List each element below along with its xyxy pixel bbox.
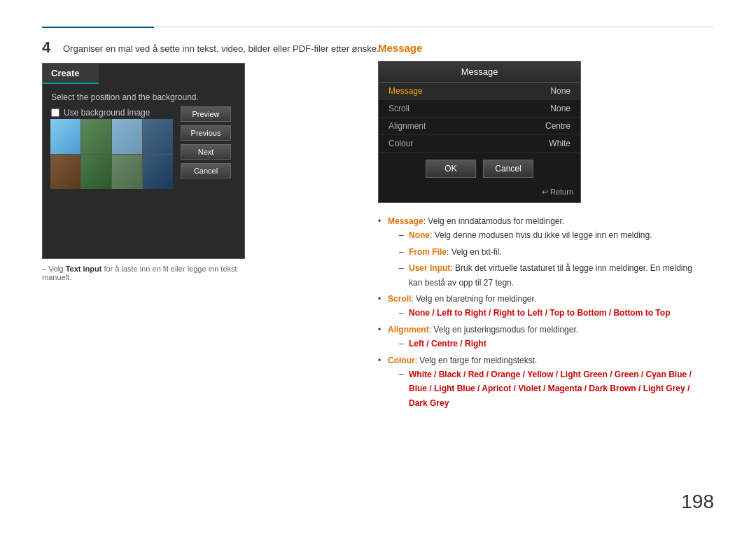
message-section-title: Message xyxy=(378,42,714,54)
description-list: Message: Velg en inndatamodus for meldin… xyxy=(378,214,707,410)
use-background-checkbox[interactable] xyxy=(51,108,59,117)
page-number: 198 xyxy=(681,491,714,513)
message-dialog: Message Message None Scroll None Alignme… xyxy=(378,61,581,203)
thumb-3 xyxy=(112,119,142,154)
desc-colour: Colour: Velg en farge for meldingstekst.… xyxy=(378,353,707,411)
dialog-cancel-button[interactable]: Cancel xyxy=(483,160,533,178)
thumbnail-grid xyxy=(50,119,173,189)
create-panel-label: Select the position and the background. xyxy=(51,92,236,102)
message-row-colour: Colour White xyxy=(379,135,580,153)
thumbnail-area xyxy=(50,119,173,189)
desc-alignment: Alignment: Velg en justeringsmodus for m… xyxy=(378,323,707,351)
desc-message-bold: Message xyxy=(388,216,424,226)
thumb-8 xyxy=(143,155,173,190)
create-buttons: Preview Previous Next Cancel xyxy=(181,106,231,178)
desc-userinput-bold: User Input xyxy=(409,263,450,273)
message-row-alignment-value: Centre xyxy=(545,121,570,131)
previous-button[interactable]: Previous xyxy=(181,125,231,141)
thumb-6 xyxy=(81,155,111,190)
message-row-scroll: Scroll None xyxy=(379,100,580,118)
desc-alignment-options: Left / Centre / Right xyxy=(409,339,486,349)
message-row-alignment: Alignment Centre xyxy=(379,118,580,135)
note-text: – Velg Text input for å laste inn en fil… xyxy=(42,265,245,281)
dialog-return: ↩ Return xyxy=(379,185,580,202)
message-row-scroll-label: Scroll xyxy=(388,104,410,113)
desc-message-text: : Velg en inndatamodus for meldinger. xyxy=(424,216,564,226)
message-dialog-title: Message xyxy=(379,62,580,83)
desc-scroll-options: None / Left to Right / Right to Left / T… xyxy=(409,308,670,318)
note-prefix: – Velg xyxy=(42,265,66,273)
message-row-colour-label: Colour xyxy=(388,139,413,148)
desc-colour-values: White / Black / Red / Orange / Yellow / … xyxy=(399,367,707,410)
desc-none: None: Velg denne modusen hvis du ikke vi… xyxy=(399,228,707,242)
thumb-1 xyxy=(50,119,80,154)
use-background-label: Use background image xyxy=(64,108,150,118)
create-panel-header: Create xyxy=(43,64,99,84)
desc-scroll-bold: Scroll xyxy=(388,294,411,304)
desc-colour-options: White / Black / Red / Orange / Yellow / … xyxy=(409,370,692,408)
desc-alignment-values: Left / Centre / Right xyxy=(399,337,707,351)
thumb-7 xyxy=(112,155,142,190)
step-number: 4 xyxy=(42,38,50,57)
desc-scroll: Scroll: Velg en blaretning for meldinger… xyxy=(378,292,707,321)
thumb-2 xyxy=(81,119,111,154)
message-section: Message Message Message None Scroll None… xyxy=(378,42,714,412)
message-row-scroll-value: None xyxy=(550,104,570,113)
desc-colour-bold: Colour xyxy=(388,356,415,365)
desc-message: Message: Velg en inndatamodus for meldin… xyxy=(378,214,707,290)
return-label: ↩ Return xyxy=(542,188,573,197)
next-button[interactable]: Next xyxy=(181,144,231,160)
step-description: Organiser en mal ved å sette inn tekst, … xyxy=(63,43,379,54)
message-dialog-buttons: OK Cancel xyxy=(379,153,580,185)
cancel-button[interactable]: Cancel xyxy=(181,163,231,178)
desc-none-bold: None xyxy=(409,230,430,240)
message-row-message-value: None xyxy=(550,86,570,96)
thumb-4 xyxy=(143,119,173,154)
dialog-ok-button[interactable]: OK xyxy=(426,160,476,178)
top-accent-line xyxy=(42,27,154,28)
message-row-alignment-label: Alignment xyxy=(388,121,426,131)
desc-userinput: User Input: Bruk det virtuelle tastature… xyxy=(399,261,707,290)
preview-button[interactable]: Preview xyxy=(181,106,231,122)
message-row-message: Message None xyxy=(379,83,580,100)
message-row-message-label: Message xyxy=(388,86,423,96)
desc-scroll-values: None / Left to Right / Right to Left / T… xyxy=(399,306,707,320)
desc-alignment-bold: Alignment xyxy=(388,325,429,335)
note-bold: Text input xyxy=(66,265,102,273)
thumb-5 xyxy=(50,155,80,190)
message-row-colour-value: White xyxy=(549,139,570,148)
desc-fromfile: From File: Velg en txt-fil. xyxy=(399,245,707,259)
desc-fromfile-bold: From File xyxy=(409,247,447,257)
